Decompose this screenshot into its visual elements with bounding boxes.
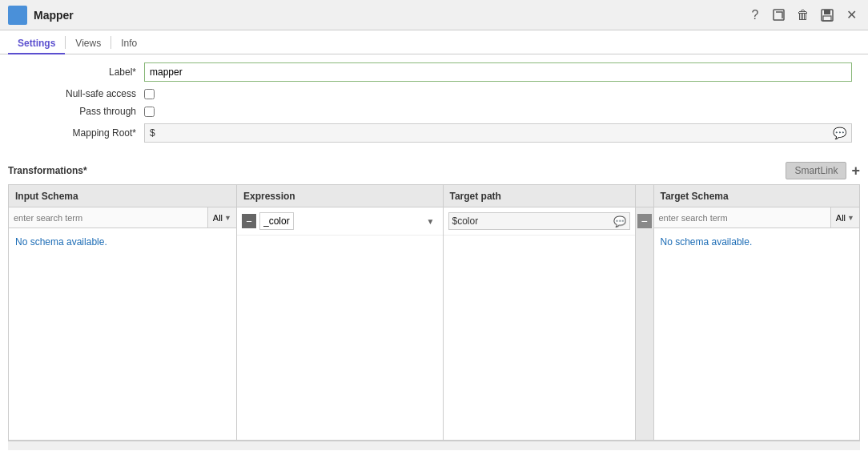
title-bar-left: Mapper [8, 6, 74, 25]
all-label: All [213, 213, 223, 223]
close-icon[interactable]: ✕ [842, 6, 860, 24]
tab-settings[interactable]: Settings [8, 34, 65, 54]
input-schema-no-schema: No schema available. [9, 228, 236, 256]
transformations-header: Transformations* SmartLink + [0, 157, 868, 184]
remove-row-button-right[interactable]: − [637, 214, 652, 228]
null-safe-label: Null-safe access [16, 88, 144, 99]
expression-select-wrapper: _color ▼ [259, 212, 438, 230]
target-path-value: $color [452, 215, 479, 227]
target-schema-no-schema: No schema available. [654, 228, 860, 256]
pass-through-checkbox[interactable] [144, 107, 155, 117]
minus-col-right: − [636, 185, 653, 440]
target-schema-search-row: All ▼ [654, 207, 860, 228]
expression-col: Expression − _color ▼ [237, 185, 444, 440]
target-path-input[interactable]: $color 💬 [448, 212, 630, 230]
scroll-area[interactable] [8, 441, 860, 450]
null-safe-row: Null-safe access [16, 88, 852, 99]
delete-icon[interactable]: 🗑 [794, 6, 812, 24]
input-schema-search-row: All ▼ [9, 207, 236, 228]
mapping-root-label: Mapping Root* [16, 127, 144, 139]
transform-container: Input Schema All ▼ No schema available. … [8, 184, 860, 441]
transformations-label: Transformations* [8, 165, 87, 176]
mapping-root-row: Mapping Root* $ 💬 [16, 123, 852, 143]
expression-row-0: − _color ▼ [237, 207, 443, 236]
remove-expression-button[interactable]: − [242, 214, 256, 228]
input-schema-header: Input Schema [9, 185, 236, 207]
smartlink-button[interactable]: SmartLink [786, 162, 846, 179]
label-input[interactable] [144, 62, 852, 82]
input-schema-content: No schema available. [9, 228, 236, 440]
external-icon[interactable] [770, 6, 788, 24]
form-area: Label* Null-safe access Pass through Map… [0, 54, 868, 157]
help-icon[interactable]: ? [746, 6, 764, 24]
svg-rect-3 [823, 16, 831, 21]
target-schema-header: Target Schema [654, 185, 860, 207]
title-bar: Mapper ? 🗑 ✕ [0, 0, 868, 30]
app-icon [8, 6, 27, 25]
save-icon[interactable] [818, 6, 836, 24]
select-arrow-icon: ▼ [427, 217, 435, 226]
svg-rect-2 [824, 10, 830, 14]
target-schema-search[interactable] [654, 211, 830, 224]
smartlink-area: SmartLink + [786, 162, 860, 179]
tab-info[interactable]: Info [111, 34, 147, 54]
app-title: Mapper [34, 9, 74, 22]
label-field-label: Label* [16, 66, 144, 78]
tab-views[interactable]: Views [66, 34, 111, 54]
target-all-label: All [836, 213, 846, 223]
pass-through-checkbox-wrapper [144, 107, 155, 117]
expression-select[interactable]: _color [259, 212, 294, 230]
expression-content: − _color ▼ [237, 207, 443, 440]
target-path-content: $color 💬 [444, 207, 635, 440]
mapping-root-icon: 💬 [833, 127, 846, 139]
label-row: Label* [16, 62, 852, 82]
target-schema-col: Target Schema All ▼ No schema available. [653, 185, 860, 440]
pass-through-label: Pass through [16, 106, 144, 117]
expression-header: Expression [237, 185, 443, 207]
input-schema-search[interactable] [9, 211, 207, 224]
target-path-header: Target path [444, 185, 635, 207]
minus-header-right [636, 185, 653, 207]
target-path-row-0: $color 💬 [444, 207, 635, 236]
target-schema-content: No schema available. [654, 228, 860, 440]
tabs: Settings Views Info [0, 30, 868, 54]
input-schema-col: Input Schema All ▼ No schema available. [9, 185, 237, 440]
target-path-icon: 💬 [613, 215, 626, 228]
input-schema-all-btn[interactable]: All ▼ [207, 207, 236, 228]
all-dropdown-arrow: ▼ [224, 214, 231, 222]
null-safe-checkbox-wrapper [144, 89, 155, 99]
pass-through-row: Pass through [16, 106, 852, 117]
target-path-col: Target path $color 💬 [444, 185, 636, 440]
target-all-dropdown-arrow: ▼ [847, 214, 854, 222]
add-transformation-button[interactable]: + [851, 163, 860, 178]
mapping-root-value: $ [150, 127, 155, 139]
target-schema-all-btn[interactable]: All ▼ [830, 207, 859, 228]
title-bar-right: ? 🗑 ✕ [746, 6, 860, 24]
null-safe-checkbox[interactable] [144, 89, 155, 99]
